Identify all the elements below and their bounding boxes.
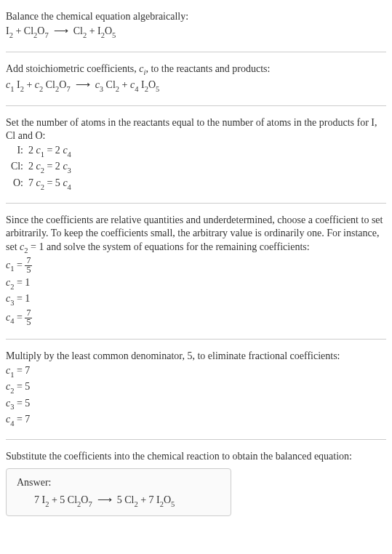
- solution-line: c1 = 75: [6, 257, 386, 275]
- balance-line: O: 7 c2 = 5 c4: [6, 177, 386, 191]
- solution-list: c1 = 7c2 = 5c3 = 5c4 = 7: [6, 364, 386, 428]
- divider: [6, 203, 386, 204]
- divider: [6, 439, 386, 440]
- balance-list: I: 2 c1 = 2 c4Cl: 2 c2 = 2 c3O: 7 c2 = 5…: [6, 144, 386, 191]
- intro-text: Add stoichiometric coefficients, ci, to …: [6, 63, 386, 77]
- answer-box: Answer: 7 I2 + 5 Cl2O7 ⟶ 5 Cl2 + 7 I2O5: [6, 468, 231, 517]
- intro-text: Multiply by the least common denominator…: [6, 350, 386, 363]
- section-problem: Balance the chemical equation algebraica…: [6, 6, 386, 46]
- divider: [6, 52, 386, 52]
- balance-line: I: 2 c1 = 2 c4: [6, 144, 386, 158]
- solution-line: c2 = 1: [6, 276, 386, 291]
- unbalanced-equation: I2 + Cl2O7 ⟶ Cl2 + I2O5: [6, 25, 386, 39]
- intro-text: Since the coefficients are relative quan…: [6, 214, 386, 255]
- solution-line: c4 = 7: [6, 413, 386, 427]
- solution-line: c2 = 5: [6, 380, 386, 395]
- solution-list: c1 = 75c2 = 1c3 = 1c4 = 75: [6, 257, 386, 327]
- divider: [6, 339, 386, 340]
- answer-label: Answer:: [17, 476, 220, 489]
- section-fractional-solution: Since the coefficients are relative quan…: [6, 209, 386, 332]
- section-answer: Substitute the coefficients into the che…: [6, 446, 386, 521]
- balanced-equation: 7 I2 + 5 Cl2O7 ⟶ 5 Cl2 + 7 I2O5: [17, 494, 220, 508]
- solution-line: c4 = 75: [6, 309, 386, 327]
- section-add-coefficients: Add stoichiometric coefficients, ci, to …: [6, 58, 386, 100]
- equation-with-coefficients: c1 I2 + c2 Cl2O7 ⟶ c3 Cl2 + c4 I2O5: [6, 79, 386, 93]
- solution-line: c3 = 1: [6, 292, 386, 307]
- solution-line: c3 = 5: [6, 397, 386, 412]
- intro-text: Substitute the coefficients into the che…: [6, 450, 386, 463]
- balance-line: Cl: 2 c2 = 2 c3: [6, 160, 386, 174]
- section-atom-balance: Set the number of atoms in the reactants…: [6, 112, 386, 198]
- intro-text: Balance the chemical equation algebraica…: [6, 10, 386, 23]
- divider: [6, 105, 386, 106]
- section-integer-solution: Multiply by the least common denominator…: [6, 345, 386, 434]
- intro-text: Set the number of atoms in the reactants…: [6, 116, 386, 142]
- solution-line: c1 = 7: [6, 364, 386, 379]
